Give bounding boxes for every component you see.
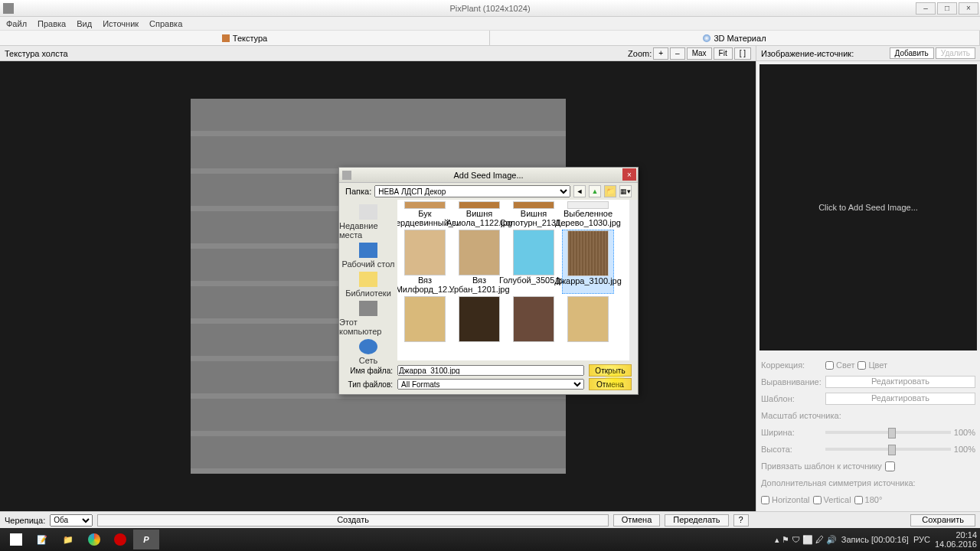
- width-slider[interactable]: [825, 431, 951, 434]
- file-item[interactable]: Бук Сердцевинный_...: [399, 201, 451, 227]
- tab-material[interactable]: 3D Материал: [490, 31, 980, 45]
- zoom-max-button[interactable]: Max: [687, 47, 712, 60]
- dialog-title: Add Seed Image...: [453, 171, 523, 180]
- source-panel: Изображение-источник: Добавить Удалить C…: [756, 46, 980, 511]
- start-button[interactable]: [3, 530, 29, 549]
- tile-select[interactable]: Оба: [50, 514, 93, 527]
- align-label: Выравнивание:: [761, 377, 822, 386]
- window-title: PixPlant (1024x1024): [449, 4, 530, 13]
- delete-source-button[interactable]: Удалить: [936, 47, 975, 59]
- redo-button[interactable]: Переделать: [665, 514, 728, 527]
- zoom-fit-button[interactable]: Fit: [714, 47, 733, 60]
- scale-label: Масштаб источника:: [761, 411, 841, 420]
- material-icon: [703, 34, 710, 42]
- record-status: Запись [00:00:16]: [841, 535, 909, 544]
- file-item[interactable]: [508, 296, 560, 342]
- titlebar: PixPlant (1024x1024) – □ ×: [0, 0, 980, 17]
- record-icon: [114, 533, 126, 546]
- menu-edit[interactable]: Правка: [34, 19, 69, 28]
- tile-label: Черепица:: [5, 516, 45, 525]
- height-value: 100%: [954, 445, 975, 454]
- file-item-selected[interactable]: Джарра_3100.jpg: [562, 230, 614, 294]
- file-item[interactable]: Вишня Солотурн_2131...: [508, 201, 560, 227]
- width-value: 100%: [954, 428, 975, 437]
- color-checkbox[interactable]: [858, 361, 866, 370]
- template-label: Шаблон:: [761, 394, 822, 403]
- dialog-close-button[interactable]: ×: [622, 168, 636, 181]
- vertical-checkbox[interactable]: [813, 496, 822, 504]
- newfolder-icon[interactable]: 📁: [604, 185, 616, 197]
- file-item[interactable]: [453, 296, 505, 342]
- source-header-label: Изображение-источник:: [761, 49, 854, 58]
- taskbar-explorer[interactable]: 📁: [55, 530, 81, 549]
- taskbar-notepad[interactable]: 📝: [29, 530, 55, 549]
- sidebar-libraries[interactable]: Библиотеки: [345, 272, 391, 298]
- taskbar-record[interactable]: [107, 530, 133, 549]
- close-button[interactable]: ×: [959, 2, 978, 15]
- taskbar-tray-icons[interactable]: ▴ ⚑ 🛡 ⬜ 🖊 🔊: [775, 535, 837, 545]
- seed-dropzone[interactable]: Click to Add Seed Image...: [760, 64, 977, 350]
- dialog-cancel-button[interactable]: Отмена: [589, 378, 632, 390]
- dialog-sidebar: Недавние места Рабочий стол Библиотеки Э…: [339, 200, 397, 360]
- template-edit-button[interactable]: Редактировать: [825, 393, 975, 405]
- filename-input[interactable]: [397, 365, 584, 376]
- dialog-icon: [342, 171, 351, 180]
- save-button[interactable]: Сохранить: [910, 514, 975, 527]
- create-button[interactable]: Создать: [97, 514, 609, 527]
- folder-select[interactable]: НЕВА ЛДСП Декор: [374, 185, 570, 197]
- zoom-out-button[interactable]: –: [670, 47, 685, 60]
- file-item[interactable]: [399, 296, 451, 342]
- canvas-label: Текстура холста: [5, 49, 68, 58]
- texture-icon: [222, 34, 230, 42]
- menu-view[interactable]: Вид: [74, 19, 95, 28]
- zoom-one-button[interactable]: [ ]: [734, 47, 751, 60]
- file-item[interactable]: Выбеленное Дерево_1030.jpg: [562, 201, 614, 227]
- filename-label: Имя файла:: [345, 367, 393, 375]
- file-item[interactable]: [562, 296, 614, 342]
- menu-help[interactable]: Справка: [146, 19, 185, 28]
- cancel-button[interactable]: Отмена: [613, 514, 660, 527]
- d180-checkbox[interactable]: [854, 496, 863, 504]
- open-button[interactable]: Открыть: [589, 364, 632, 377]
- clock-time[interactable]: 20:14: [935, 530, 977, 540]
- file-item[interactable]: Вишня Авиола_1122.jpg: [453, 201, 505, 227]
- view-icon[interactable]: ▦▾: [619, 185, 632, 197]
- align-edit-button[interactable]: Редактировать: [825, 376, 975, 388]
- height-label: Высота:: [761, 445, 822, 454]
- menubar: Файл Правка Вид Источник Справка: [0, 17, 980, 31]
- file-item[interactable]: Голубой_3505.jpg: [508, 230, 560, 294]
- clock-date: 14.06.2016: [935, 540, 977, 549]
- symmetry-label: Дополнительная симметрия источника:: [761, 478, 916, 487]
- sidebar-computer[interactable]: Этот компьютер: [339, 301, 397, 336]
- canvas-toolbar: Текстура холста Zoom: + – Max Fit [ ]: [0, 46, 756, 61]
- filetype-label: Тип файлов:: [345, 380, 393, 389]
- height-slider[interactable]: [825, 448, 951, 451]
- sidebar-network[interactable]: Сеть: [359, 339, 377, 365]
- tab-texture-label: Текстура: [233, 34, 267, 43]
- filetype-select[interactable]: All Formats: [397, 379, 584, 390]
- file-list[interactable]: Бук Сердцевинный_... Вишня Авиола_1122.j…: [397, 200, 638, 360]
- file-scrollbar[interactable]: [629, 200, 638, 360]
- taskbar-chrome[interactable]: [81, 530, 107, 549]
- file-item[interactable]: Вяз Милфорд_12...: [399, 230, 451, 294]
- help-button[interactable]: ?: [733, 514, 749, 527]
- tab-material-label: 3D Материал: [714, 34, 766, 43]
- maximize-button[interactable]: □: [937, 2, 957, 15]
- sidebar-desktop[interactable]: Рабочий стол: [341, 243, 394, 269]
- light-checkbox[interactable]: [825, 361, 834, 370]
- menu-file[interactable]: Файл: [3, 19, 30, 28]
- sidebar-recent[interactable]: Недавние места: [339, 204, 397, 240]
- file-item[interactable]: Вяз Урбан_1201.jpg: [453, 230, 505, 294]
- up-icon[interactable]: ▲: [589, 185, 601, 197]
- back-icon[interactable]: ◄: [573, 185, 586, 197]
- tab-texture[interactable]: Текстура: [0, 31, 490, 45]
- lang-indicator[interactable]: РУС: [913, 535, 930, 544]
- horizontal-checkbox[interactable]: [761, 496, 769, 504]
- menu-source[interactable]: Источник: [100, 19, 142, 28]
- add-source-button[interactable]: Добавить: [890, 47, 934, 59]
- zoom-in-button[interactable]: +: [653, 47, 668, 60]
- folder-label: Папка:: [345, 187, 371, 196]
- taskbar-pixplant[interactable]: P: [133, 530, 159, 549]
- bind-template-checkbox[interactable]: [885, 461, 895, 471]
- minimize-button[interactable]: –: [916, 2, 936, 15]
